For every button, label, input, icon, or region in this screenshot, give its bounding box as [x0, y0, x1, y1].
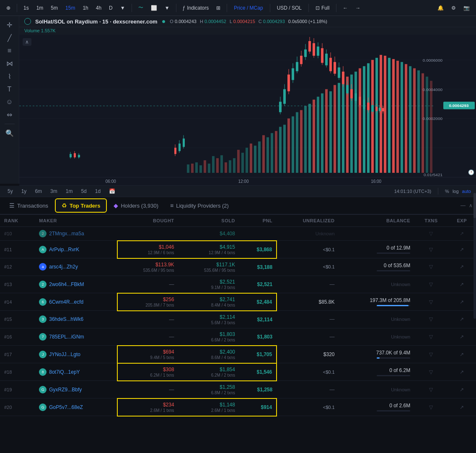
table-row: #19 G GyxRZ9...Bbfy — $1,2586.8M / 2 txn… — [0, 381, 476, 398]
line-tool[interactable]: ╱ — [6, 32, 13, 44]
templates-button[interactable]: ⊞ — [213, 4, 223, 12]
chart-type-line[interactable]: 〜 — [135, 3, 146, 13]
separator-5 — [270, 4, 270, 12]
cell-bought — [117, 227, 178, 241]
filter-icon[interactable]: ▽ — [429, 369, 433, 375]
range-1d[interactable]: 1d — [93, 187, 103, 195]
external-link-icon[interactable]: ↗ — [460, 247, 464, 253]
tab-top-traders[interactable]: ♻ Top Traders — [55, 198, 107, 213]
tf-15m[interactable]: 15m — [62, 4, 78, 12]
text-tool[interactable]: T — [6, 84, 13, 95]
external-link-icon[interactable]: ↗ — [460, 316, 464, 322]
maker-address[interactable]: GyxRZ9...Bbfy — [49, 387, 82, 393]
zoom-tool[interactable]: 🔍 — [4, 128, 16, 139]
chart-type-candle[interactable]: ⬜ — [148, 4, 160, 12]
svg-rect-42 — [342, 80, 344, 173]
maker-address[interactable]: 785EPL...iGNm — [49, 334, 84, 340]
redo-button[interactable]: → — [352, 4, 363, 12]
log-option[interactable]: log — [453, 189, 459, 194]
external-link-icon[interactable]: ↗ — [460, 404, 464, 410]
undo-button[interactable]: ← — [340, 4, 351, 12]
time-label-0600: 06:00 — [106, 179, 116, 184]
range-3m[interactable]: 3m — [48, 187, 60, 195]
filter-icon[interactable]: ▽ — [429, 299, 433, 305]
add-button[interactable]: ⊕ — [3, 4, 13, 12]
range-1y[interactable]: 1y — [19, 187, 29, 195]
percent-option[interactable]: % — [445, 189, 449, 194]
scrollbar[interactable] — [473, 193, 476, 319]
expand-icon[interactable]: ∧ — [469, 203, 473, 208]
tf-1h[interactable]: 1h — [80, 4, 91, 12]
tf-d[interactable]: D — [106, 4, 116, 12]
cell-bought: — — [117, 276, 178, 293]
filter-icon[interactable]: ▽ — [429, 247, 433, 253]
crosshair-tool[interactable]: ✛ — [5, 19, 14, 31]
external-link-icon[interactable]: ↗ — [460, 387, 464, 393]
external-link-icon[interactable]: ↗ — [460, 264, 464, 270]
range-6m[interactable]: 6m — [32, 187, 44, 195]
tf-1s[interactable]: 1s — [21, 4, 32, 12]
external-link-icon[interactable]: ↗ — [460, 281, 464, 287]
tf-dropdown[interactable]: ▼ — [117, 4, 128, 12]
tf-5m[interactable]: 5m — [48, 4, 61, 12]
cell-txns: ▽ — [414, 293, 448, 311]
svg-rect-55 — [396, 61, 399, 173]
camera-button[interactable]: 📷 — [460, 4, 473, 12]
cell-balance: 0 of 6.2M — [339, 363, 415, 381]
chart-collapse-btn[interactable]: ∧ — [23, 38, 31, 46]
maker-address[interactable]: GoP5v7...68eZ — [49, 404, 83, 410]
tab-holders[interactable]: ◆ Holders (3,930) — [108, 198, 164, 214]
chart-type-dropdown[interactable]: ▼ — [162, 4, 173, 12]
svg-rect-16 — [233, 158, 235, 173]
filter-icon[interactable]: ▽ — [429, 231, 433, 237]
tab-transactions[interactable]: ☰ Transactions — [3, 198, 54, 214]
maker-address[interactable]: 2wo6h4...FBkM — [49, 281, 84, 287]
filter-icon[interactable]: ▽ — [429, 387, 433, 393]
minimize-icon[interactable]: — — [460, 203, 466, 208]
maker-address[interactable]: arsc4j...Zh2y — [49, 264, 78, 270]
range-5y[interactable]: 5y — [5, 187, 16, 195]
svg-rect-12 — [216, 158, 219, 173]
alert-button[interactable]: 🔔 — [435, 4, 447, 12]
external-link-icon[interactable]: ↗ — [460, 231, 464, 237]
maker-address[interactable]: 36hdeS...hWk6 — [49, 316, 83, 322]
regression-tool[interactable]: ⋈ — [5, 58, 15, 69]
fib-tool[interactable]: ⌇ — [6, 71, 13, 82]
currency-toggle[interactable]: USD / SOL — [274, 4, 305, 12]
range-1m[interactable]: 1m — [63, 187, 75, 195]
tf-1m[interactable]: 1m — [34, 4, 47, 12]
range-5d[interactable]: 5d — [78, 187, 89, 195]
maker-address[interactable]: 6Cwm4R...ecfd — [49, 299, 83, 305]
filter-icon[interactable]: ▽ — [429, 334, 433, 340]
settings-button[interactable]: ⚙ — [448, 4, 459, 12]
maker-avatar: 3 — [39, 315, 47, 323]
maker-address[interactable]: JYNoJJ...Lgto — [49, 351, 80, 357]
svg-rect-13 — [220, 155, 223, 173]
tab-liquidity[interactable]: ≡ Liquidity Providers (2) — [164, 198, 235, 214]
price-mcap-toggle[interactable]: Price / MCap — [230, 4, 266, 12]
indicators-button[interactable]: ƒ Indicators — [180, 4, 212, 12]
filter-icon[interactable]: ▽ — [429, 404, 433, 410]
current-time: 14:01:10 (UTC+3) — [394, 189, 431, 194]
scroll-thumb[interactable] — [473, 193, 476, 218]
tf-4h[interactable]: 4h — [93, 4, 104, 12]
external-link-icon[interactable]: ↗ — [460, 299, 464, 305]
maker-address[interactable]: ArPvip...RvrK — [49, 247, 79, 253]
full-button[interactable]: ⊡ Full — [312, 4, 333, 12]
maker-address[interactable]: 2TMngx...ma5a — [49, 231, 84, 237]
filter-icon[interactable]: ▽ — [429, 281, 433, 287]
filter-icon[interactable]: ▽ — [429, 316, 433, 322]
filter-icon[interactable]: ▽ — [429, 351, 433, 357]
emoji-tool[interactable]: ☺ — [4, 96, 14, 107]
measure-tool[interactable]: ⇔ — [5, 109, 14, 120]
maker-address[interactable]: 8ot7iQ...1epY — [49, 369, 80, 375]
indicator-tool[interactable]: ≡ — [6, 45, 13, 56]
filter-icon[interactable]: ▽ — [429, 264, 433, 270]
external-link-icon[interactable]: ↗ — [460, 334, 464, 340]
external-link-icon[interactable]: ↗ — [460, 351, 464, 357]
cell-balance: 0 of 2.6M — [339, 398, 415, 416]
auto-option[interactable]: auto — [462, 189, 471, 194]
calendar-button[interactable]: 📅 — [106, 187, 118, 195]
chart-clock-icon[interactable]: 🕐 — [468, 169, 474, 175]
external-link-icon[interactable]: ↗ — [460, 369, 464, 375]
